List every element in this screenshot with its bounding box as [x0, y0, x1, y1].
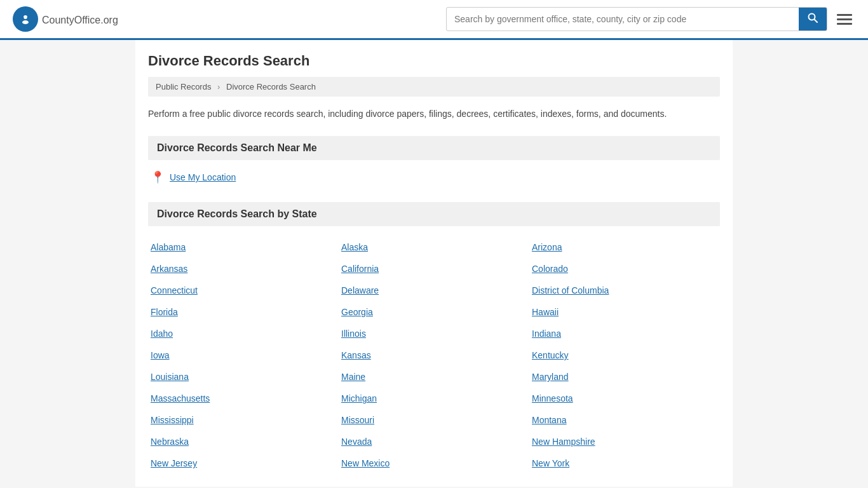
state-link[interactable]: Minnesota — [529, 388, 720, 409]
logo-area: CountyOffice.org — [13, 6, 118, 32]
search-input[interactable] — [447, 9, 799, 29]
location-row: 📍 Use My Location — [148, 170, 720, 184]
search-bar — [446, 7, 827, 31]
state-link[interactable]: Hawaii — [529, 301, 720, 323]
state-link[interactable]: Louisiana — [148, 366, 339, 388]
breadcrumb-public-records[interactable]: Public Records — [156, 82, 211, 92]
state-link[interactable]: Florida — [148, 301, 339, 323]
use-my-location-link[interactable]: Use My Location — [170, 172, 236, 182]
state-link[interactable]: Massachusetts — [148, 388, 339, 409]
menu-icon[interactable] — [834, 11, 855, 28]
breadcrumb: Public Records › Divorce Records Search — [148, 77, 720, 97]
state-link[interactable]: New York — [529, 452, 720, 474]
state-link[interactable]: Indiana — [529, 323, 720, 344]
header-right — [446, 7, 855, 31]
svg-point-2 — [22, 20, 29, 24]
breadcrumb-current: Divorce Records Search — [226, 82, 316, 92]
state-link[interactable]: District of Columbia — [529, 280, 720, 301]
state-link[interactable]: Iowa — [148, 344, 339, 366]
state-link[interactable]: Alabama — [148, 236, 339, 258]
state-link[interactable]: Alaska — [339, 236, 529, 258]
state-link[interactable]: Nevada — [339, 431, 529, 452]
state-link[interactable]: Missouri — [339, 409, 529, 431]
state-link[interactable]: Idaho — [148, 323, 339, 344]
state-link[interactable]: Colorado — [529, 258, 720, 280]
state-link[interactable]: Nebraska — [148, 431, 339, 452]
main-content: Divorce Records Search Public Records › … — [135, 40, 733, 487]
page-title: Divorce Records Search — [148, 53, 720, 69]
state-link[interactable]: California — [339, 258, 529, 280]
states-grid: AlabamaAlaskaArizonaArkansasCaliforniaCo… — [148, 236, 720, 474]
state-link[interactable]: Connecticut — [148, 280, 339, 301]
state-link[interactable]: Michigan — [339, 388, 529, 409]
logo-icon — [13, 6, 38, 32]
state-link[interactable]: Arkansas — [148, 258, 339, 280]
state-link[interactable]: Kansas — [339, 344, 529, 366]
by-state-section-header: Divorce Records Search by State — [148, 202, 720, 226]
state-link[interactable]: Maryland — [529, 366, 720, 388]
state-link[interactable]: Illinois — [339, 323, 529, 344]
page-description: Perform a free public divorce records se… — [148, 107, 720, 121]
state-link[interactable]: Maine — [339, 366, 529, 388]
svg-line-6 — [815, 20, 818, 23]
svg-point-4 — [27, 17, 29, 19]
state-link[interactable]: Mississippi — [148, 409, 339, 431]
state-link[interactable]: New Mexico — [339, 452, 529, 474]
logo-text: CountyOffice.org — [42, 12, 118, 27]
state-link[interactable]: Arizona — [529, 236, 720, 258]
state-link[interactable]: Georgia — [339, 301, 529, 323]
svg-point-1 — [24, 15, 27, 19]
state-link[interactable]: Montana — [529, 409, 720, 431]
state-link[interactable]: New Hampshire — [529, 431, 720, 452]
state-link[interactable]: New Jersey — [148, 452, 339, 474]
state-link[interactable]: Kentucky — [529, 344, 720, 366]
breadcrumb-separator: › — [217, 82, 220, 92]
near-me-section-header: Divorce Records Search Near Me — [148, 136, 720, 160]
svg-point-3 — [22, 17, 24, 19]
search-button[interactable] — [799, 8, 827, 30]
header: CountyOffice.org — [0, 0, 868, 40]
state-link[interactable]: Delaware — [339, 280, 529, 301]
pin-icon: 📍 — [151, 170, 165, 184]
